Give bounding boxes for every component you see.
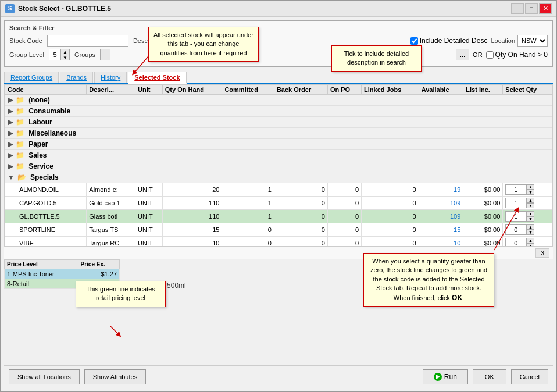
qty-down[interactable]: ▼ bbox=[526, 203, 534, 208]
include-detailed-desc-label[interactable]: Include Detailed Desc bbox=[410, 37, 488, 45]
count-badge: 3 bbox=[535, 248, 549, 258]
qty-stepper: ▲ ▼ bbox=[526, 224, 534, 235]
table-row[interactable]: ALMOND.OIL Almond e: UNIT 20 1 0 0 0 19 … bbox=[5, 183, 552, 197]
qty-input[interactable] bbox=[505, 224, 526, 235]
location-label: Location bbox=[491, 37, 515, 44]
main-area: Report Groups Brands History Selected St… bbox=[4, 69, 553, 363]
qty-up[interactable]: ▲ bbox=[526, 184, 534, 190]
qty-input[interactable] bbox=[505, 198, 526, 208]
qty-up[interactable]: ▲ bbox=[526, 238, 534, 243]
ok-button[interactable]: OK bbox=[473, 369, 506, 384]
cell-linked-jobs: 0 bbox=[362, 197, 419, 210]
table-row[interactable]: ▶ 📁 (none) bbox=[5, 95, 552, 106]
group-level-label: Group Level bbox=[9, 51, 44, 58]
expand-icon[interactable]: ▼ bbox=[8, 173, 15, 181]
cell-unit: UNIT bbox=[135, 223, 163, 237]
col-committed: Committed bbox=[222, 85, 274, 95]
price-header-row: Price Level Price Ex. bbox=[5, 260, 120, 269]
spinner-up[interactable]: ▲ bbox=[61, 49, 69, 55]
groups-button[interactable] bbox=[100, 49, 110, 60]
location-wrap: Location NSW bbox=[491, 35, 548, 47]
qty-on-hand-checkbox[interactable] bbox=[486, 51, 494, 59]
qty-input[interactable] bbox=[505, 211, 526, 222]
groups-label: Groups bbox=[74, 51, 95, 58]
qty-on-hand-check-label[interactable]: Qty On Hand > 0 bbox=[486, 51, 548, 59]
qty-down[interactable]: ▼ bbox=[526, 216, 534, 222]
or-label: OR bbox=[473, 51, 483, 58]
qty-down[interactable]: ▼ bbox=[526, 230, 534, 235]
qty-up[interactable]: ▲ bbox=[526, 211, 534, 216]
table-row[interactable]: ▶ 📁 Service bbox=[5, 161, 552, 172]
cell-select-qty[interactable]: ▲ ▼ bbox=[503, 197, 552, 210]
group-name: ▶ 📁 Labour bbox=[5, 117, 552, 128]
table-row[interactable]: ▶ 📁 Paper bbox=[5, 139, 552, 150]
tab-report-groups[interactable]: Report Groups bbox=[4, 72, 59, 83]
price-row[interactable]: 1-MPS Inc Toner $1.27 bbox=[5, 269, 120, 279]
cell-committed: 1 bbox=[222, 183, 274, 197]
cell-desc: Glass botl bbox=[87, 210, 135, 223]
table-row[interactable]: ▶ 📁 Sales bbox=[5, 150, 552, 161]
stock-code-input[interactable] bbox=[47, 35, 128, 47]
include-detailed-desc-checkbox[interactable] bbox=[410, 37, 418, 45]
content-area: Search & Filter Stock Code Desc. Include… bbox=[1, 17, 556, 391]
cell-committed: 0 bbox=[222, 237, 274, 247]
folder-icon: 📁 bbox=[16, 162, 24, 170]
price-description-row: Price Level Price Ex. 1-MPS Inc Toner $1… bbox=[4, 259, 553, 311]
window-title: Stock Select - GL.BOTTLE.5 bbox=[18, 5, 511, 13]
qty-input[interactable] bbox=[505, 238, 526, 247]
group-level-spinner[interactable]: 5 ▲ ▼ bbox=[49, 49, 70, 60]
search-filter-title: Search & Filter bbox=[9, 24, 548, 31]
table-row[interactable]: ▶ 📁 Labour bbox=[5, 117, 552, 128]
footer-bar: Show all Locations Show Attributes Run O… bbox=[4, 365, 553, 388]
show-attributes-button[interactable]: Show Attributes bbox=[84, 369, 146, 384]
tab-selected-stock[interactable]: Selected Stock bbox=[128, 72, 186, 84]
price-row[interactable]: 8-Retail $1.27 bbox=[5, 279, 120, 289]
qty-down[interactable]: ▼ bbox=[526, 190, 534, 195]
cell-select-qty[interactable]: ▲ ▼ bbox=[503, 183, 552, 197]
cell-select-qty[interactable]: ▲ ▼ bbox=[503, 237, 552, 247]
title-bar: S Stock Select - GL.BOTTLE.5 ─ □ ✕ bbox=[1, 1, 556, 17]
maximize-button[interactable]: □ bbox=[525, 3, 538, 14]
tab-brands[interactable]: Brands bbox=[60, 72, 93, 83]
expand-icon[interactable]: ▶ bbox=[8, 140, 13, 148]
qty-up[interactable]: ▲ bbox=[526, 198, 534, 203]
cell-code: SPORTLINE bbox=[5, 223, 87, 237]
cancel-button[interactable]: Cancel bbox=[511, 369, 548, 384]
tabs-row: Report Groups Brands History Selected St… bbox=[4, 72, 553, 84]
qty-up[interactable]: ▲ bbox=[526, 224, 534, 230]
cell-back-order: 0 bbox=[274, 197, 327, 210]
run-button[interactable]: Run bbox=[423, 369, 468, 384]
table-row[interactable]: SPORTLINE Targus TS UNIT 15 0 0 0 0 15 $… bbox=[5, 223, 552, 237]
expand-icon[interactable]: ▶ bbox=[8, 129, 13, 137]
table-row[interactable]: VIBE Targus RC UNIT 10 0 0 0 0 10 $0.00 bbox=[5, 237, 552, 247]
product-description: Glass bottle, 500ml bbox=[126, 281, 186, 290]
stock-table-container[interactable]: Code Descri... Unit Qty On Hand Committe… bbox=[4, 84, 553, 247]
table-row[interactable]: ▼ 📂 Specials bbox=[5, 172, 552, 183]
cell-unit: UNIT bbox=[135, 197, 163, 210]
cell-back-order: 0 bbox=[274, 183, 327, 197]
run-triangle bbox=[436, 375, 440, 379]
col-price-level: Price Level bbox=[5, 260, 78, 269]
location-select[interactable]: NSW bbox=[517, 35, 548, 47]
expand-icon[interactable]: ▶ bbox=[8, 118, 13, 126]
qty-input[interactable] bbox=[505, 184, 526, 195]
spinner-down[interactable]: ▼ bbox=[61, 55, 69, 60]
expand-icon[interactable]: ▶ bbox=[8, 151, 13, 159]
cell-select-qty[interactable]: ▲ ▼ bbox=[503, 223, 552, 237]
cell-select-qty[interactable]: ▲ ▼ bbox=[503, 210, 552, 223]
tab-history[interactable]: History bbox=[94, 72, 127, 83]
table-row[interactable]: GL.BOTTLE.5 Glass botl UNIT 110 1 0 0 0 … bbox=[5, 210, 552, 223]
table-row[interactable]: ▶ 📁 Consumable bbox=[5, 106, 552, 117]
dots-button[interactable]: ... bbox=[456, 49, 469, 60]
price-value-cell: $1.27 bbox=[78, 279, 119, 289]
close-button[interactable]: ✕ bbox=[539, 3, 552, 14]
minimize-button[interactable]: ─ bbox=[511, 3, 524, 14]
expand-icon[interactable]: ▶ bbox=[8, 96, 13, 104]
table-row[interactable]: ▶ 📁 Miscellaneous bbox=[5, 128, 552, 139]
expand-icon[interactable]: ▶ bbox=[8, 162, 13, 170]
folder-icon: 📁 bbox=[16, 140, 24, 148]
show-all-locations-button[interactable]: Show all Locations bbox=[9, 369, 80, 384]
title-controls: ─ □ ✕ bbox=[511, 3, 552, 14]
table-row[interactable]: CAP.GOLD.5 Gold cap 1 UNIT 110 1 0 0 0 1… bbox=[5, 197, 552, 210]
expand-icon[interactable]: ▶ bbox=[8, 107, 13, 115]
